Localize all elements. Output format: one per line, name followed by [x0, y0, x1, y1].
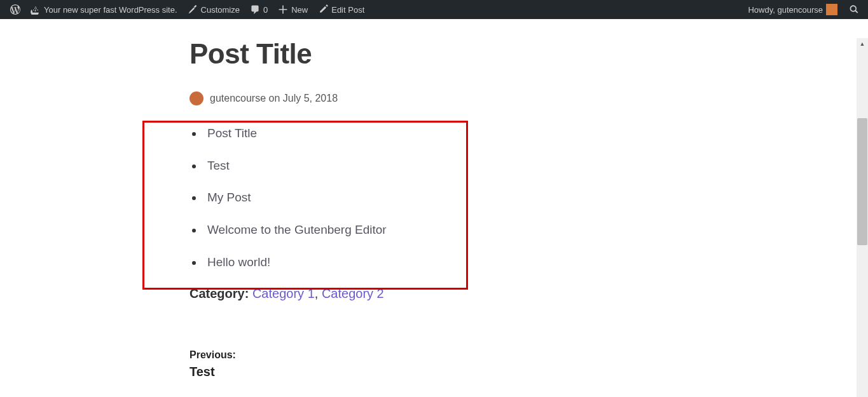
edit-post-text: Edit Post — [331, 5, 364, 15]
wordpress-icon — [10, 4, 20, 15]
post-byline: gutencourse on July 5, 2018 — [189, 91, 868, 105]
wp-logo[interactable] — [5, 0, 25, 19]
howdy-text: Howdy, gutencourse — [748, 5, 823, 15]
page-content: Post Title gutencourse on July 5, 2018 P… — [0, 19, 868, 397]
plus-icon — [278, 4, 288, 15]
dashboard-icon — [31, 4, 41, 15]
howdy-user[interactable]: Howdy, gutencourse — [743, 0, 843, 19]
admin-bar-left: Your new super fast WordPress site. Cust… — [5, 0, 369, 19]
new-link[interactable]: New — [273, 0, 313, 19]
comment-icon — [250, 4, 260, 15]
pencil-icon — [318, 4, 328, 15]
customize-link[interactable]: Customize — [183, 0, 245, 19]
wp-admin-bar: Your new super fast WordPress site. Cust… — [0, 0, 868, 19]
site-name-link[interactable]: Your new super fast WordPress site. — [25, 0, 183, 19]
list-item[interactable]: Post Title — [203, 126, 868, 142]
prev-title: Test — [189, 365, 868, 379]
prev-label: Previous: — [189, 349, 868, 361]
category-link[interactable]: Category 1 — [252, 286, 315, 300]
category-link[interactable]: Category 2 — [322, 286, 384, 300]
author-avatar-icon — [189, 91, 203, 105]
vertical-scrollbar[interactable]: ▲ ▼ — [857, 38, 868, 397]
category-label: Category: — [189, 286, 249, 300]
comments-link[interactable]: 0 — [245, 0, 273, 19]
scrollbar-thumb[interactable] — [857, 118, 867, 245]
scroll-up-arrow-icon[interactable]: ▲ — [857, 38, 868, 50]
posts-list: Post Title Test My Post Welcome to the G… — [203, 126, 868, 270]
post-title: Post Title — [189, 38, 868, 70]
search-button[interactable] — [845, 0, 863, 19]
search-icon — [849, 4, 859, 15]
site-name-text: Your new super fast WordPress site. — [44, 5, 177, 15]
post-header: Post Title — [189, 38, 868, 70]
post-navigation[interactable]: Previous: Test — [189, 349, 868, 379]
admin-bar-right: Howdy, gutencourse — [743, 0, 863, 19]
list-item[interactable]: Welcome to the Gutenberg Editor — [203, 222, 868, 238]
comments-count: 0 — [263, 5, 268, 15]
byline-text: gutencourse on July 5, 2018 — [210, 93, 338, 104]
user-avatar-icon — [826, 4, 837, 15]
list-item[interactable]: My Post — [203, 190, 868, 206]
list-item[interactable]: Hello world! — [203, 255, 868, 271]
customize-text: Customize — [201, 5, 240, 15]
edit-post-link[interactable]: Edit Post — [313, 0, 369, 19]
new-text: New — [291, 5, 308, 15]
list-item[interactable]: Test — [203, 158, 868, 174]
category-line: Category: Category 1, Category 2 — [189, 286, 868, 301]
category-separator: , — [315, 286, 322, 300]
brush-icon — [188, 4, 198, 15]
